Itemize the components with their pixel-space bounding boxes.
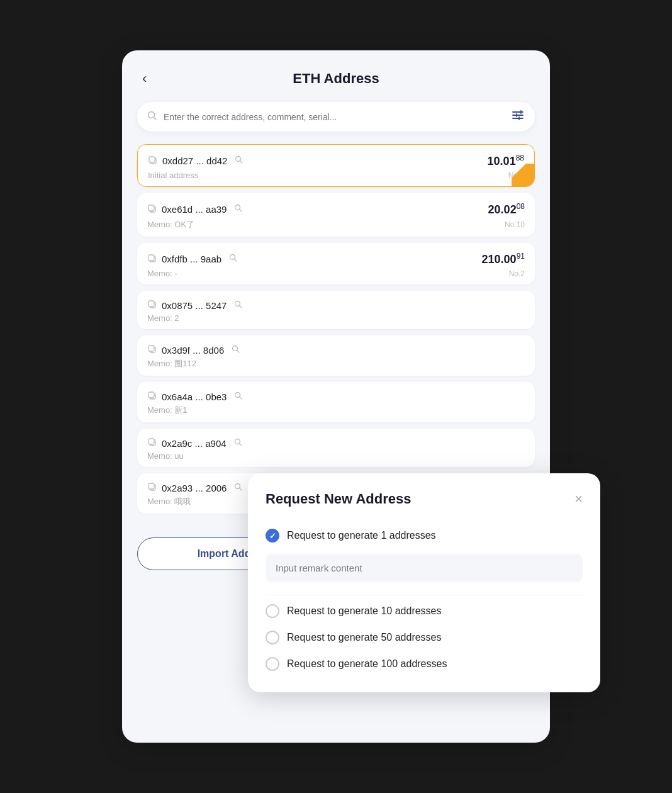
memo-text: Memo: 新1 (147, 405, 188, 416)
copy-icon[interactable] (147, 204, 157, 215)
search-address-icon[interactable] (234, 438, 243, 449)
back-button[interactable]: ‹ (137, 68, 152, 89)
svg-rect-13 (148, 205, 154, 211)
page-title: ETH Address (293, 70, 379, 87)
address-text: 0x3d9f ... 8d06 (162, 345, 224, 356)
radio-option[interactable]: Request to generate 10 addresses (266, 598, 583, 624)
modal-options: Request to generate 1 addresses Request … (266, 522, 583, 677)
copy-icon[interactable] (147, 254, 157, 265)
address-text: 0x2a9c ... a904 (162, 438, 227, 449)
address-text: 0x0875 ... 5247 (162, 300, 227, 311)
svg-rect-9 (149, 157, 155, 162)
copy-icon[interactable] (148, 155, 157, 167)
svg-line-27 (237, 350, 240, 352)
address-text: 0xfdfb ... 9aab (162, 254, 221, 264)
svg-line-31 (240, 396, 242, 399)
amount: 210.0091 (482, 252, 525, 266)
search-icon (147, 111, 157, 123)
no-badge: No.10 (505, 220, 525, 229)
svg-rect-25 (148, 346, 154, 351)
copy-icon[interactable] (147, 300, 157, 311)
search-address-icon[interactable] (232, 345, 240, 356)
svg-rect-33 (148, 439, 154, 444)
svg-line-35 (239, 443, 242, 446)
address-text: 0xe61d ... aa39 (162, 204, 227, 215)
address-item[interactable]: 0x2a9c ... a904 Memo: uu (137, 429, 535, 467)
active-corner (512, 164, 534, 186)
radio-circle (266, 604, 279, 618)
address-item[interactable]: 0x3d9f ... 8d06 Memo: 圈112 (137, 335, 535, 376)
request-new-address-modal: Request New Address × Request to generat… (248, 473, 600, 692)
radio-circle (266, 657, 279, 671)
memo-text: Memo: 圈112 (147, 358, 196, 369)
address-text: 0x6a4a ... 0be3 (162, 391, 227, 402)
svg-line-15 (240, 210, 242, 212)
amount: 20.0208 (488, 202, 525, 217)
svg-line-39 (240, 488, 242, 490)
address-item[interactable]: 0x6a4a ... 0be3 Memo: 新1 (137, 382, 535, 422)
remark-input[interactable] (266, 554, 583, 582)
copy-icon[interactable] (147, 391, 157, 402)
memo-text: Initial address (148, 171, 198, 180)
search-address-icon[interactable] (234, 204, 243, 215)
copy-icon[interactable] (147, 437, 157, 449)
address-item[interactable]: 0xfdfb ... 9aab 210.0091 Memo: - No.2 (137, 243, 535, 284)
memo-text: Memo: 哦哦 (147, 496, 191, 507)
svg-rect-37 (148, 483, 154, 489)
search-input[interactable] (164, 112, 505, 122)
radio-option[interactable]: Request to generate 1 addresses (266, 522, 583, 549)
radio-label: Request to generate 50 addresses (287, 632, 442, 643)
memo-text: Memo: 2 (147, 313, 179, 323)
radio-option[interactable]: Request to generate 50 addresses (266, 624, 583, 651)
copy-icon[interactable] (147, 344, 157, 356)
memo-text: Memo: - (147, 269, 177, 278)
radio-option[interactable]: Request to generate 100 addresses (266, 651, 583, 677)
address-item[interactable]: 0x0875 ... 5247 Memo: 2 (137, 291, 535, 329)
radio-circle (266, 529, 279, 543)
filter-icon[interactable] (511, 108, 525, 125)
radio-label: Request to generate 10 addresses (287, 605, 442, 617)
svg-line-1 (154, 117, 157, 120)
address-text: 0x2a93 ... 2006 (162, 483, 227, 493)
search-address-icon[interactable] (229, 254, 238, 264)
svg-line-19 (235, 259, 237, 262)
main-card: ‹ ETH Address (122, 50, 550, 743)
radio-label: Request to generate 1 addresses (287, 530, 436, 541)
memo-text: Memo: OK了 (147, 219, 194, 230)
address-item[interactable]: 0xe61d ... aa39 20.0208 Memo: OK了 No.10 (137, 193, 535, 237)
search-address-icon[interactable] (234, 483, 243, 493)
header: ‹ ETH Address (137, 70, 535, 87)
svg-rect-29 (148, 392, 154, 398)
svg-line-11 (240, 161, 243, 164)
modal-title: Request New Address (266, 491, 411, 507)
svg-line-23 (240, 305, 242, 308)
search-address-icon[interactable] (234, 300, 243, 311)
svg-rect-17 (148, 255, 154, 261)
address-item[interactable]: 0xdd27 ... dd42 10.0188 Initial address … (137, 144, 535, 187)
search-address-icon[interactable] (235, 155, 244, 166)
memo-text: Memo: uu (147, 451, 184, 461)
svg-rect-21 (148, 301, 154, 307)
address-list: 0xdd27 ... dd42 10.0188 Initial address … (137, 144, 535, 520)
copy-icon[interactable] (147, 482, 157, 493)
radio-circle (266, 631, 279, 644)
radio-label: Request to generate 100 addresses (287, 658, 447, 670)
address-text: 0xdd27 ... dd42 (162, 155, 227, 166)
modal-close-button[interactable]: × (574, 492, 583, 506)
modal-header: Request New Address × (266, 491, 583, 507)
search-bar (137, 102, 535, 132)
search-address-icon[interactable] (234, 391, 243, 402)
no-badge: No.2 (509, 269, 525, 278)
